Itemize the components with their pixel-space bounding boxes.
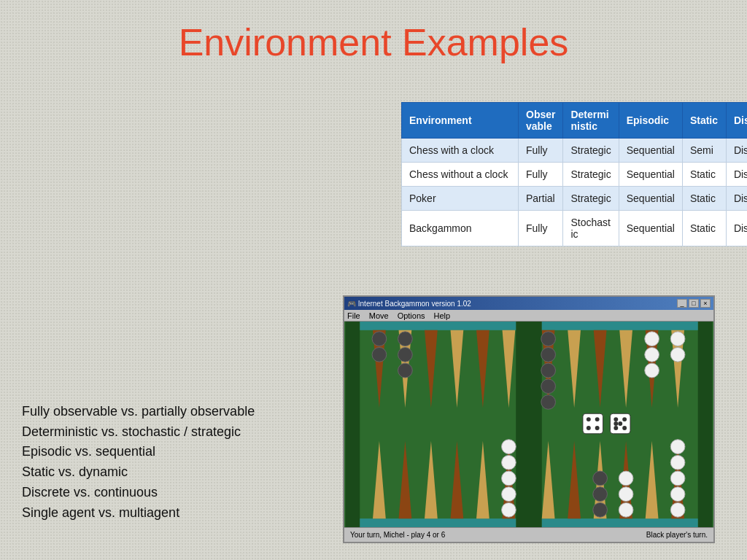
col-header-environment: Environment xyxy=(402,103,519,139)
menu-move[interactable]: Move xyxy=(369,311,389,320)
col-header-episodic: Episodic xyxy=(619,103,682,139)
table-cell: Fully xyxy=(519,139,563,163)
bullet-list: Fully observable vs. partially observabl… xyxy=(22,402,255,524)
svg-point-53 xyxy=(619,487,633,502)
menu-options[interactable]: Options xyxy=(398,311,425,320)
table-cell: Static xyxy=(682,211,726,246)
svg-point-73 xyxy=(618,421,622,426)
table-row: BackgammonFullyStochasticSequentialStati… xyxy=(402,211,748,246)
svg-rect-6 xyxy=(360,518,516,527)
svg-point-38 xyxy=(670,347,685,362)
table-cell: Static xyxy=(682,187,726,211)
slide-title: Environment Examples xyxy=(0,0,747,77)
table-cell: Chess without a clock xyxy=(402,163,519,187)
table-cell: Static xyxy=(682,163,726,187)
menu-help[interactable]: Help xyxy=(434,311,451,320)
col-header-static: Static xyxy=(682,103,726,139)
table-row: Chess without a clockFullyStrategicSeque… xyxy=(402,163,748,187)
bullet-item: Episodic vs. sequential xyxy=(22,442,255,462)
menu-file[interactable]: File xyxy=(347,311,360,320)
svg-rect-7 xyxy=(542,518,698,527)
table-cell: Backgammon xyxy=(402,211,519,246)
bullet-item: Deterministic vs. stochastic / strategic xyxy=(22,422,255,443)
backgammon-window: 🎮 Internet Backgammon version 1.02 _ □ ×… xyxy=(343,295,715,543)
svg-point-72 xyxy=(622,417,627,421)
table-cell: Discrete xyxy=(726,187,747,211)
svg-rect-3 xyxy=(516,322,541,527)
environment-table-wrapper: Environment Observable Deterministic Epi… xyxy=(401,102,747,246)
svg-point-65 xyxy=(595,426,600,430)
svg-point-60 xyxy=(593,502,608,517)
svg-point-32 xyxy=(372,332,387,346)
svg-point-54 xyxy=(619,471,633,486)
close-button[interactable]: × xyxy=(700,299,711,308)
table-cell: Strategic xyxy=(563,187,619,211)
title-text: Environment Examples xyxy=(0,20,747,64)
svg-point-35 xyxy=(398,347,413,362)
backgammon-board xyxy=(344,322,713,527)
table-cell: Discrete xyxy=(726,163,747,187)
table-cell: Stochastic xyxy=(563,211,619,246)
bullet-item: Fully observable vs. partially observabl… xyxy=(22,402,255,422)
svg-point-43 xyxy=(541,347,556,362)
svg-point-39 xyxy=(645,332,659,346)
slide: Environment Examples Environment Observa… xyxy=(0,0,747,560)
svg-point-59 xyxy=(670,440,685,454)
table-header-row: Environment Observable Deterministic Epi… xyxy=(402,103,748,139)
svg-point-46 xyxy=(541,395,556,410)
window-title: 🎮 Internet Backgammon version 1.02 xyxy=(347,300,471,308)
status-left: Your turn, Michel - play 4 or 6 xyxy=(350,531,445,539)
svg-point-57 xyxy=(670,471,685,486)
bullet-item: Static vs. dynamic xyxy=(22,462,255,483)
table-cell: Strategic xyxy=(563,163,619,187)
table-row: PokerPartialStrategicSequentialStaticDis… xyxy=(402,187,748,211)
col-header-deterministic: Deterministic xyxy=(563,103,619,139)
board-svg xyxy=(344,322,713,527)
svg-point-44 xyxy=(541,363,556,378)
bullet-item: Discrete vs. continuous xyxy=(22,483,255,503)
svg-point-40 xyxy=(645,347,659,362)
bullet-item: Single agent vs. multiagent xyxy=(22,503,255,524)
svg-point-45 xyxy=(541,379,556,394)
svg-point-37 xyxy=(670,332,685,346)
svg-point-62 xyxy=(593,471,608,486)
table-cell: Sequential xyxy=(619,139,682,163)
table-cell: Sequential xyxy=(619,187,682,211)
table-row: Chess with a clockFullyStrategicSequenti… xyxy=(402,139,748,163)
window-titlebar: 🎮 Internet Backgammon version 1.02 _ □ × xyxy=(344,297,713,310)
restore-button[interactable]: □ xyxy=(689,299,699,308)
svg-point-70 xyxy=(622,426,627,430)
svg-point-50 xyxy=(502,455,516,470)
svg-point-61 xyxy=(593,487,608,502)
col-header-discrete: Discrete xyxy=(726,103,747,139)
table-cell: Partial xyxy=(519,187,563,211)
table-cell: Chess with a clock xyxy=(402,139,519,163)
svg-point-55 xyxy=(670,502,685,517)
minimize-button[interactable]: _ xyxy=(677,299,687,308)
svg-point-58 xyxy=(670,455,685,470)
table-cell: Semi xyxy=(682,139,726,163)
svg-point-49 xyxy=(502,471,516,486)
svg-point-64 xyxy=(587,417,591,421)
svg-point-34 xyxy=(398,332,413,346)
table-cell: Fully xyxy=(519,211,563,246)
table-cell: Strategic xyxy=(563,139,619,163)
svg-rect-2 xyxy=(698,322,713,527)
window-statusbar: Your turn, Michel - play 4 or 6 Black pl… xyxy=(344,527,713,542)
table-cell: Discrete xyxy=(726,211,747,246)
status-right: Black player's turn. xyxy=(646,531,708,539)
svg-rect-1 xyxy=(346,322,360,527)
svg-point-52 xyxy=(619,502,633,517)
environment-table: Environment Observable Deterministic Epi… xyxy=(401,102,747,246)
svg-point-71 xyxy=(614,426,618,430)
window-controls: _ □ × xyxy=(677,299,711,308)
svg-point-69 xyxy=(614,417,618,421)
table-cell: Poker xyxy=(402,187,519,211)
table-cell: Sequential xyxy=(619,163,682,187)
svg-rect-4 xyxy=(360,322,516,330)
svg-point-67 xyxy=(595,417,600,421)
svg-point-36 xyxy=(398,363,413,378)
svg-point-74 xyxy=(614,421,618,426)
svg-rect-63 xyxy=(583,413,603,434)
svg-point-51 xyxy=(502,440,516,454)
